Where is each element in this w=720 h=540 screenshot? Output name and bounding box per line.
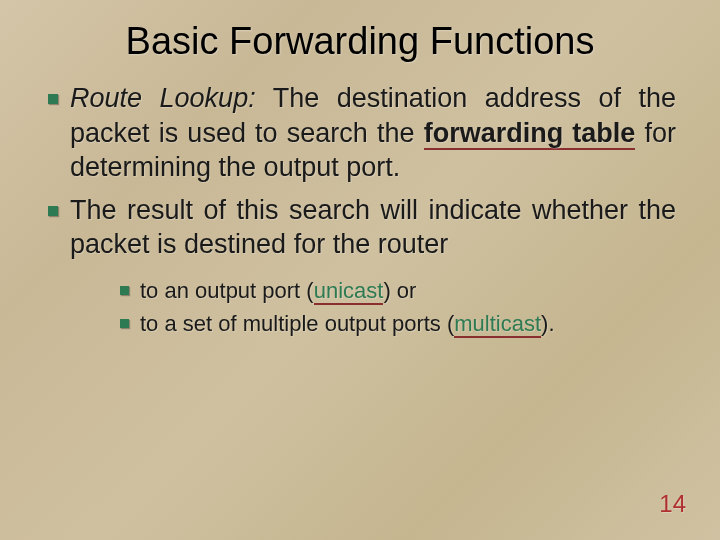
text-fragment: to a set of multiple output ports ( xyxy=(140,311,454,336)
sub-list: to an output port (unicast) or to a set … xyxy=(118,276,676,339)
page-number: 14 xyxy=(659,490,686,518)
bullet-route-lookup: Route Lookup: The destination address of… xyxy=(44,81,676,185)
bullet-result: The result of this search will indicate … xyxy=(44,193,676,339)
sub-bullet-unicast: to an output port (unicast) or xyxy=(118,276,676,306)
term-multicast: multicast xyxy=(454,311,541,338)
slide-title: Basic Forwarding Functions xyxy=(36,20,684,63)
text-fragment: ) or xyxy=(383,278,416,303)
slide: Basic Forwarding Functions Route Lookup:… xyxy=(0,0,720,540)
text-fragment: The result of this search will indicate … xyxy=(70,195,676,260)
sub-bullet-multicast: to a set of multiple output ports (multi… xyxy=(118,309,676,339)
term-forwarding-table: forwarding table xyxy=(424,118,636,150)
text-fragment: to an output port ( xyxy=(140,278,314,303)
term-route-lookup: Route Lookup: xyxy=(70,83,256,113)
term-unicast: unicast xyxy=(314,278,384,305)
text-fragment: ). xyxy=(541,311,554,336)
main-list: Route Lookup: The destination address of… xyxy=(44,81,676,339)
